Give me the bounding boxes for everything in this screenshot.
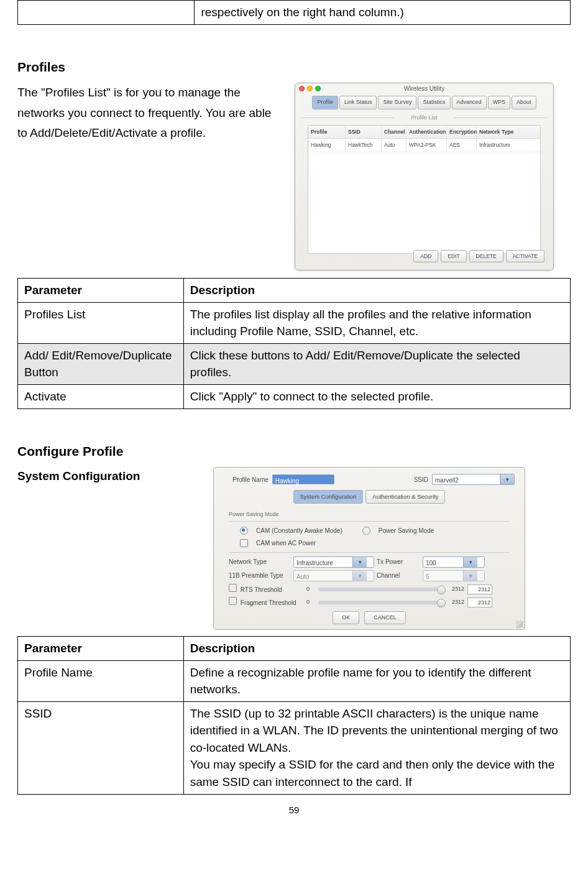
td-desc: The profiles list display all the profil… [183, 302, 570, 343]
config-param-table: Parameter Description Profile Name Defin… [17, 636, 571, 794]
td-desc: Click these buttons to Add/ Edit/Remove/… [183, 343, 570, 384]
tab-system-configuration[interactable]: System Configuration [293, 490, 364, 504]
tx-power-label: Tx Power [377, 556, 420, 567]
col-encryption: Encryption [447, 126, 477, 138]
profiles-intro: The "Profiles List" is for you to manage… [17, 83, 283, 143]
col-channel: Channel [382, 126, 407, 138]
page-number: 59 [17, 802, 571, 818]
rts-value[interactable]: 2312 [467, 584, 492, 594]
cell-ssid: HawkTech [346, 139, 382, 151]
cancel-button[interactable]: CANCEL [364, 611, 406, 624]
table-row[interactable]: Hawking HawkTech Auto WPA2-PSK AES Infra… [308, 139, 540, 152]
cell-profile: Hawking [308, 139, 346, 151]
table-header: Profile SSID Channel Authentication Encr… [308, 126, 540, 139]
tx-power-value: 100 [423, 557, 463, 567]
th-parameter: Parameter [18, 279, 184, 303]
cam-label: CAM (Constantly Awake Mode) [256, 525, 342, 536]
frag-label: Fragment Threshold [241, 599, 296, 606]
cam-ac-label: CAM when AC Power [256, 538, 316, 548]
tab-advanced[interactable]: Advanced [452, 96, 487, 109]
chevron-down-icon: ▾ [352, 557, 367, 567]
td-param: Activate [18, 384, 184, 409]
rts-slider[interactable] [318, 588, 443, 591]
rts-checkbox[interactable] [229, 584, 237, 592]
tab-wps[interactable]: WPS [488, 96, 511, 109]
cell-channel: Auto [382, 139, 407, 151]
profile-name-label: Profile Name [232, 474, 269, 485]
psm-radio[interactable] [362, 527, 370, 535]
rts-min: 0 [306, 584, 315, 594]
channel-label: Channel [377, 570, 420, 581]
ok-button[interactable]: OK [333, 611, 359, 624]
preamble-label: 11B Preamble Type [229, 570, 291, 581]
button-row: ADD EDIT DELETE ACTIVATE [413, 250, 544, 262]
td-desc: The SSID (up to 32 printable ASCII chara… [183, 701, 570, 794]
cell-encryption: AES [447, 139, 477, 151]
minimize-icon[interactable] [307, 86, 313, 91]
frag-checkbox[interactable] [229, 597, 237, 605]
cell-auth: WPA2-PSK [407, 139, 447, 151]
frag-slider[interactable] [318, 601, 443, 604]
tab-statistics[interactable]: Statistics [418, 96, 450, 109]
preamble-value: Auto [294, 571, 352, 581]
psm-legend: Power Saving Mode [229, 511, 279, 517]
th-description: Description [183, 637, 570, 661]
ssid-combo[interactable]: marvell2 ▾ [432, 474, 515, 485]
config-tab-bar: System Configuration Authentication & Se… [214, 487, 525, 506]
configure-profile-heading: Configure Profile [17, 440, 571, 463]
network-type-value: Infrastructure [294, 557, 352, 567]
tab-auth-security[interactable]: Authentication & Security [365, 490, 445, 504]
system-configuration-dialog: Profile Name Hawking SSID marvell2 ▾ Sys… [213, 467, 525, 630]
window-titlebar: Wireless Utility [295, 83, 553, 95]
channel-value: 5 [423, 571, 463, 581]
cam-radio[interactable] [240, 527, 248, 535]
profile-name-input[interactable]: Hawking [272, 474, 334, 484]
profiles-heading: Profiles [17, 56, 571, 78]
top-partial-table: respectively on the right hand column.) [17, 0, 571, 25]
td-desc: Define a recognizable profile name for y… [183, 660, 570, 701]
td-param: Profiles List [18, 302, 184, 343]
col-network-type: Network Type [477, 126, 526, 138]
td-param: SSID [18, 701, 184, 794]
add-button[interactable]: ADD [413, 250, 438, 262]
col-auth: Authentication [407, 126, 447, 138]
chevron-down-icon: ▾ [352, 571, 367, 581]
close-icon[interactable] [299, 86, 305, 91]
window-title: Wireless Utility [404, 85, 445, 92]
frag-max: 2312 [446, 598, 464, 607]
resize-handle-icon[interactable] [516, 621, 523, 628]
ssid-value: marvell2 [433, 474, 500, 484]
psm-label: Power Saving Mode [379, 525, 434, 536]
col-ssid: SSID [346, 126, 382, 138]
chevron-down-icon: ▾ [463, 557, 477, 567]
tx-power-combo[interactable]: 100 ▾ [423, 556, 485, 568]
tab-bar: Profile Link Status Site Survey Statisti… [295, 95, 553, 111]
edit-button[interactable]: EDIT [441, 250, 466, 262]
top-cell-empty [18, 1, 195, 25]
profile-list-table: Profile SSID Channel Authentication Encr… [308, 125, 541, 254]
zoom-icon[interactable] [315, 86, 321, 91]
profiles-param-table: Parameter Description Profiles List The … [17, 278, 571, 409]
system-configuration-label: System Configuration [17, 467, 207, 485]
cam-ac-checkbox[interactable] [240, 539, 248, 547]
delete-button[interactable]: DELETE [469, 250, 503, 262]
tab-site-survey[interactable]: Site Survey [378, 96, 416, 109]
col-profile: Profile [308, 126, 346, 138]
preamble-combo[interactable]: Auto ▾ [293, 570, 374, 581]
frag-min: 0 [306, 598, 315, 607]
system-configuration-text: System Configuration [17, 469, 140, 482]
th-description: Description [183, 279, 570, 303]
rts-max: 2312 [446, 584, 464, 594]
frag-value[interactable]: 2312 [467, 598, 492, 607]
channel-combo[interactable]: 5 ▾ [423, 570, 485, 581]
network-type-combo[interactable]: Infrastructure ▾ [293, 556, 374, 568]
tab-about[interactable]: About [512, 96, 536, 109]
rts-label: RTS Threshold [241, 586, 282, 593]
tab-profile[interactable]: Profile [312, 96, 338, 109]
activate-button[interactable]: ACTIVATE [506, 250, 544, 262]
network-type-label: Network Type [229, 556, 291, 567]
chevron-down-icon: ▾ [463, 571, 477, 581]
th-parameter: Parameter [18, 637, 184, 661]
tab-link-status[interactable]: Link Status [339, 96, 377, 109]
cell-network: Infrastructure [477, 139, 526, 151]
